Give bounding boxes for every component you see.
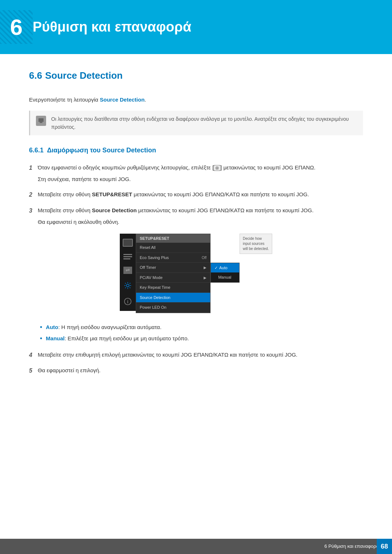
- section-title: Source Detection: [45, 70, 123, 81]
- submenu: ✓ Auto Manual: [211, 263, 240, 283]
- step-3: 3 Μεταβείτε στην οθόνη Source Detection …: [29, 206, 363, 226]
- icon-monitor: [123, 239, 133, 247]
- step-5-content: Θα εφαρμοστεί η επιλογή.: [38, 366, 363, 376]
- submenu-check-auto: ✓: [215, 265, 218, 271]
- bullet-dot-1: •: [40, 323, 42, 332]
- submenu-label-manual: Manual: [218, 274, 231, 280]
- icon-lines: [123, 254, 132, 259]
- step-1-text-before: Όταν εμφανιστεί ο οδηγός κουμπιών ρυθμιζ…: [38, 164, 315, 171]
- note-box: Οι λειτουργίες που διατίθενται στην οθόν…: [29, 111, 363, 136]
- step-4-number: 4: [29, 350, 38, 360]
- menu-item-keyrepeat-label: Key Repeat Time: [140, 284, 170, 291]
- menu-item-offtimer-arrow: ▶: [204, 265, 207, 270]
- note-text: Οι λειτουργίες που διατίθενται στην οθόν…: [51, 115, 357, 131]
- screen-simulation: ⇌ i SETUP&RESET Reset All: [120, 234, 272, 313]
- intro-text-after: .: [144, 97, 146, 103]
- submenu-item-manual: Manual: [211, 272, 239, 282]
- step-1-content: Όταν εμφανιστεί ο οδηγός κουμπιών ρυθμιζ…: [38, 163, 363, 184]
- step-3-text: Μεταβείτε στην οθόνη Source Detection με…: [38, 207, 314, 213]
- note-icon: [36, 116, 46, 126]
- step-4-content: Μεταβείτε στην επιθυμητή επιλογή μετακιν…: [38, 350, 363, 360]
- section-number: 6.6: [29, 70, 42, 81]
- step-5: 5 Θα εφαρμοστεί η επιλογή.: [29, 366, 363, 376]
- steps-list-2: 4 Μεταβείτε στην επιθυμητή επιλογή μετακ…: [29, 350, 363, 376]
- chapter-title: Ρύθμιση και επαναφορά: [33, 17, 191, 37]
- step-2-content: Μεταβείτε στην οθόνη SETUP&RESET μετακιν…: [38, 190, 363, 200]
- menu-header: SETUP&RESET: [136, 234, 210, 243]
- step-2: 2 Μεταβείτε στην οθόνη SETUP&RESET μετακ…: [29, 190, 363, 200]
- step-1: 1 Όταν εμφανιστεί ο οδηγός κουμπιών ρυθμ…: [29, 163, 363, 184]
- section-heading: 6.6Source Detection: [29, 69, 363, 85]
- bullet-item-manual: • Manual: Επιλέξτε μια πηγή εισόδου με μ…: [40, 335, 363, 343]
- step-1-number: 1: [29, 163, 38, 184]
- menu-item-pcav-arrow: ▶: [204, 275, 207, 280]
- screen-icons-bar: ⇌ i: [120, 234, 136, 311]
- bullet-text-manual: Manual: Επιλέξτε μια πηγή εισόδου με μη …: [46, 335, 189, 343]
- svg-rect-2: [40, 122, 42, 122]
- footer-page-number: 68: [377, 539, 392, 554]
- menu-item-pcav: PC/AV Mode ▶: [136, 273, 210, 283]
- icon-gear: [123, 281, 132, 290]
- main-content: 6.6Source Detection Ενεργοποιήστε τη λει…: [0, 69, 392, 412]
- screen-menu: SETUP&RESET Reset All Eco Saving Plus Of…: [136, 234, 211, 313]
- subsection-number: 6.6.1: [29, 147, 44, 154]
- menu-item-sourcedetect: Source Detection: [136, 293, 210, 303]
- chapter-header: 6 Ρύθμιση και επαναφορά: [0, 0, 392, 54]
- svg-point-3: [126, 284, 129, 287]
- step-3-number: 3: [29, 206, 38, 226]
- chapter-number-box: 6: [0, 10, 33, 44]
- step-3-content: Μεταβείτε στην οθόνη Source Detection με…: [38, 206, 363, 226]
- page-footer: 6 Ρύθμιση και επαναφορά 68: [0, 539, 392, 554]
- step-2-text: Μεταβείτε στην οθόνη SETUP&RESET μετακιν…: [38, 191, 309, 197]
- svg-text:i: i: [127, 299, 128, 304]
- intro-bold: Source Detection: [100, 97, 144, 103]
- menu-item-eco-value: Off: [202, 255, 207, 260]
- menu-item-reset-label: Reset All: [140, 245, 155, 251]
- menu-item-sourcedetect-label: Source Detection: [140, 295, 170, 301]
- menu-item-keyrepeat: Key Repeat Time: [136, 283, 210, 293]
- menu-item-reset: Reset All: [136, 243, 210, 253]
- step-1-sub: Στη συνέχεια, πατήστε το κουμπί JOG.: [38, 175, 363, 184]
- menu-item-offtimer: Off Timer ▶: [136, 263, 210, 273]
- chapter-number: 6: [10, 10, 23, 44]
- svg-rect-1: [40, 122, 42, 123]
- menu-item-offtimer-label: Off Timer: [140, 264, 156, 271]
- intro-paragraph: Ενεργοποιήστε τη λειτουργία Source Detec…: [29, 96, 363, 104]
- bullet-item-auto: • Auto: Η πηγή εισόδου αναγνωρίζεται αυτ…: [40, 323, 363, 332]
- menu-item-powerled-label: Power LED On: [140, 304, 166, 311]
- icon-arrow: ⇌: [123, 267, 132, 274]
- subsection-title: Διαμόρφωση του Source Detection: [47, 147, 156, 154]
- icon-info: i: [123, 297, 132, 306]
- svg-rect-0: [38, 118, 44, 122]
- steps-list: 1 Όταν εμφανιστεί ο οδηγός κουμπιών ρυθμ…: [29, 163, 363, 226]
- footer-text: 6 Ρύθμιση και επαναφορά: [324, 543, 379, 550]
- submenu-check-manual: [215, 274, 217, 280]
- bullet-text-auto: Auto: Η πηγή εισόδου αναγνωρίζεται αυτόμ…: [46, 323, 162, 332]
- subsection-heading: 6.6.1 Διαμόρφωση του Source Detection: [29, 145, 363, 155]
- menu-item-eco-label: Eco Saving Plus: [140, 255, 169, 261]
- step-3-sub: Θα εμφανιστεί η ακόλουθη οθόνη.: [38, 218, 363, 226]
- step-2-number: 2: [29, 190, 38, 200]
- step-5-text: Θα εφαρμοστεί η επιλογή.: [38, 367, 101, 373]
- submenu-item-auto: ✓ Auto: [211, 263, 239, 273]
- menu-item-eco: Eco Saving Plus Off: [136, 253, 210, 263]
- screen-tip: Decide how input sources will be detecte…: [240, 234, 272, 254]
- menu-item-powerled: Power LED On: [136, 303, 210, 313]
- step-4-text: Μεταβείτε στην επιθυμητή επιλογή μετακιν…: [38, 352, 298, 358]
- step-5-number: 5: [29, 366, 38, 376]
- menu-item-pcav-label: PC/AV Mode: [140, 275, 163, 281]
- intro-text-before: Ενεργοποιήστε τη λειτουργία: [29, 97, 100, 103]
- bullet-dot-2: •: [40, 335, 42, 343]
- submenu-label-auto: Auto: [219, 265, 228, 271]
- step-4: 4 Μεταβείτε στην επιθυμητή επιλογή μετακ…: [29, 350, 363, 360]
- bullet-list: • Auto: Η πηγή εισόδου αναγνωρίζεται αυτ…: [40, 323, 363, 343]
